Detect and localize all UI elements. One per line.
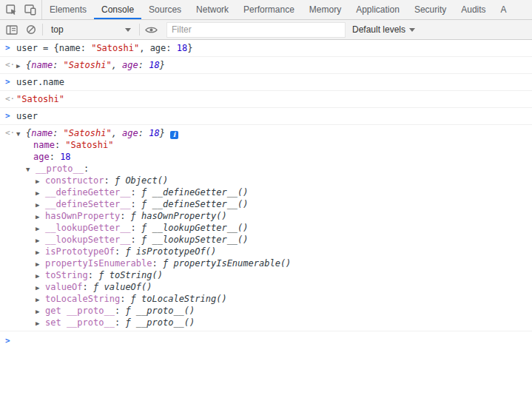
console-text: : (53, 60, 63, 70)
console-text: : (83, 282, 93, 292)
live-expression-eye-icon[interactable] (141, 20, 161, 39)
console-text: name (33, 140, 55, 150)
collapse-arrow-icon[interactable]: ▼ (16, 128, 26, 140)
expand-arrow-icon[interactable]: ▶ (36, 270, 45, 282)
console-row: ▼__proto__: (0, 163, 532, 175)
console-text: __defineGetter__ (45, 187, 131, 198)
tab-network[interactable]: Network (189, 0, 236, 19)
console-text: : (50, 152, 60, 162)
console-input[interactable]: > (0, 331, 532, 338)
console-text: : (104, 175, 114, 186)
input-marker-icon: > (5, 42, 10, 54)
console-row: ▶{name: "Satoshi", age: 18} (0, 59, 532, 71)
collapse-arrow-icon[interactable]: ▼ (26, 163, 36, 175)
console-text: ƒ valueOf() (93, 282, 152, 292)
filter-input[interactable] (166, 22, 346, 38)
console-text: : (131, 199, 141, 209)
expand-arrow-icon[interactable]: ▶ (36, 317, 45, 329)
result-marker-icon: <· (5, 127, 15, 139)
console-text: isPrototypeOf (45, 246, 115, 257)
tab-memory[interactable]: Memory (302, 0, 349, 19)
console-row: name: "Satoshi" (0, 139, 532, 151)
expand-arrow-icon[interactable]: ▶ (36, 223, 45, 235)
console-text: hasOwnProperty (45, 211, 120, 221)
tab-overflow-partial[interactable]: A (494, 0, 514, 19)
console-text: "Satoshi" (16, 94, 64, 104)
input-marker-icon: > (5, 110, 10, 122)
console-row: user.name (0, 76, 532, 88)
console-text: set __proto__ (45, 317, 115, 328)
console-row: ▶toLocaleString: ƒ toLocaleString() (0, 293, 532, 305)
expand-arrow-icon[interactable]: ▶ (36, 211, 45, 223)
console-row: user (0, 110, 532, 122)
console-text: : (138, 128, 149, 138)
javascript-context-select[interactable]: top (47, 22, 135, 37)
console-row: ▶constructor: ƒ Object() (0, 175, 532, 186)
expand-arrow-icon[interactable]: ▶ (16, 60, 26, 72)
console-text: toString (45, 270, 88, 280)
result-marker-icon: <· (5, 93, 15, 105)
console-row: ▶__defineGetter__: ƒ __defineGetter__() (0, 186, 532, 198)
console-text: , (112, 128, 122, 138)
console-text: name (31, 60, 53, 70)
console-text: ƒ toString() (98, 270, 163, 280)
console-row: ▶isPrototypeOf: ƒ isPrototypeOf() (0, 246, 532, 257)
console-text: constructor (45, 175, 104, 186)
tab-security[interactable]: Security (407, 0, 454, 19)
tab-application[interactable]: Application (349, 0, 407, 19)
expand-arrow-icon[interactable]: ▶ (36, 175, 45, 187)
expand-arrow-icon[interactable]: ▶ (36, 199, 45, 211)
inspect-element-icon[interactable] (1, 0, 21, 19)
log-levels-select[interactable]: Default levels (346, 24, 422, 35)
expand-arrow-icon[interactable]: ▶ (36, 187, 45, 199)
console-text: __lookupGetter__ (45, 223, 131, 233)
expand-arrow-icon[interactable]: ▶ (36, 306, 45, 317)
info-icon[interactable]: i (170, 131, 178, 139)
console-text: "Satoshi" (65, 140, 113, 150)
clear-console-icon[interactable] (21, 20, 41, 39)
devtools-window: Elements Console Sources Network Perform… (0, 0, 532, 398)
console-text: : (53, 128, 63, 138)
console-text: ƒ __proto__() (125, 306, 195, 316)
console-text: : (131, 235, 141, 245)
tab-elements[interactable]: Elements (42, 0, 94, 19)
console-sidebar-icon[interactable] (2, 20, 21, 39)
console-row: ▶__lookupSetter__: ƒ __lookupSetter__() (0, 234, 532, 246)
console-text: 18 (177, 43, 187, 53)
expand-arrow-icon[interactable]: ▶ (36, 246, 45, 258)
console-row: ▶__defineSetter__: ƒ __defineSetter__() (0, 198, 532, 210)
console-text: ƒ __defineSetter__() (141, 199, 249, 209)
expand-arrow-icon[interactable]: ▶ (36, 294, 45, 306)
console-text: __proto__ (36, 163, 84, 174)
expand-arrow-icon[interactable]: ▶ (36, 235, 45, 246)
expand-arrow-icon[interactable]: ▶ (36, 282, 45, 294)
chevron-down-icon (409, 28, 415, 32)
console-text: 18 (149, 60, 159, 70)
console-toolbar: top Default levels (0, 20, 532, 40)
console-text: : (138, 60, 149, 70)
console-text: ƒ __defineGetter__() (141, 187, 249, 198)
tab-sources[interactable]: Sources (141, 0, 189, 19)
tab-console[interactable]: Console (94, 0, 141, 19)
expand-arrow-icon[interactable]: ▶ (36, 258, 45, 270)
console-log: >user = {name: "Satoshi", age: 18}<·▶{na… (0, 40, 532, 331)
chevron-down-icon (125, 28, 131, 32)
console-text: ƒ Object() (115, 175, 168, 186)
console-text: 18 (149, 128, 159, 138)
console-row: ▶set __proto__: ƒ __proto__() (0, 317, 532, 328)
console-text: get __proto__ (45, 306, 115, 316)
tab-performance[interactable]: Performance (236, 0, 302, 19)
console-text: ƒ __proto__() (125, 317, 195, 328)
console-entry: <·▶{name: "Satoshi", age: 18} (0, 57, 532, 74)
console-row: ▶hasOwnProperty: ƒ hasOwnProperty() (0, 210, 532, 222)
console-entry: <·"Satoshi" (0, 91, 532, 108)
console-text: : (115, 306, 125, 316)
device-toolbar-icon[interactable] (21, 0, 40, 19)
console-panel: >user = {name: "Satoshi", age: 18}<·▶{na… (0, 40, 532, 338)
console-text: valueOf (45, 282, 83, 292)
console-text: "Satoshi" (64, 128, 112, 138)
tab-audits[interactable]: Audits (454, 0, 493, 19)
console-text: : (131, 223, 141, 233)
devtools-tabbar: Elements Console Sources Network Perform… (0, 0, 532, 20)
console-row: ▶propertyIsEnumerable: ƒ propertyIsEnume… (0, 257, 532, 269)
